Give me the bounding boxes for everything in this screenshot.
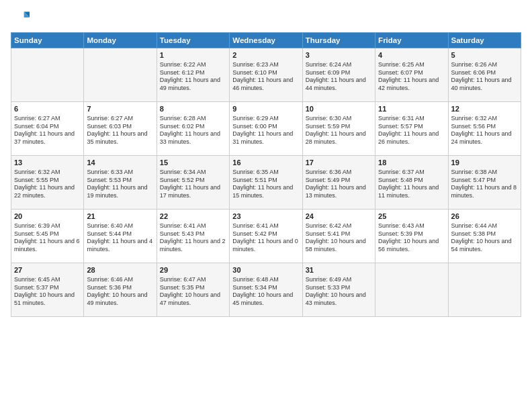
calendar-cell: 30Sunrise: 6:48 AM Sunset: 5:34 PM Dayli… bbox=[230, 263, 302, 317]
day-number: 8 bbox=[160, 104, 226, 114]
calendar-week-row: 13Sunrise: 6:32 AM Sunset: 5:55 PM Dayli… bbox=[11, 156, 521, 210]
calendar-cell: 28Sunrise: 6:46 AM Sunset: 5:36 PM Dayli… bbox=[84, 263, 157, 317]
calendar-cell: 4Sunrise: 6:25 AM Sunset: 6:07 PM Daylig… bbox=[375, 48, 448, 102]
day-number: 6 bbox=[14, 104, 81, 114]
weekday-header-sunday: Sunday bbox=[11, 33, 84, 48]
calendar-cell bbox=[448, 263, 521, 317]
day-number: 18 bbox=[378, 158, 445, 168]
calendar-cell: 7Sunrise: 6:27 AM Sunset: 6:03 PM Daylig… bbox=[84, 102, 157, 156]
day-number: 12 bbox=[451, 104, 518, 114]
day-number: 3 bbox=[306, 50, 372, 60]
calendar-cell: 5Sunrise: 6:26 AM Sunset: 6:06 PM Daylig… bbox=[448, 48, 521, 102]
day-number: 20 bbox=[14, 212, 81, 222]
weekday-header-tuesday: Tuesday bbox=[157, 33, 229, 48]
day-detail: Sunrise: 6:34 AM Sunset: 5:52 PM Dayligh… bbox=[160, 169, 226, 200]
logo-icon bbox=[11, 8, 30, 27]
day-number: 4 bbox=[378, 50, 445, 60]
calendar-cell: 3Sunrise: 6:24 AM Sunset: 6:09 PM Daylig… bbox=[302, 48, 375, 102]
header bbox=[11, 8, 521, 27]
day-detail: Sunrise: 6:43 AM Sunset: 5:39 PM Dayligh… bbox=[378, 222, 445, 254]
calendar-cell: 18Sunrise: 6:37 AM Sunset: 5:48 PM Dayli… bbox=[375, 156, 448, 210]
weekday-header-row: SundayMondayTuesdayWednesdayThursdayFrid… bbox=[11, 33, 521, 48]
calendar-cell: 27Sunrise: 6:45 AM Sunset: 5:37 PM Dayli… bbox=[11, 263, 84, 317]
day-detail: Sunrise: 6:41 AM Sunset: 5:43 PM Dayligh… bbox=[160, 222, 226, 254]
day-number: 28 bbox=[87, 265, 153, 275]
day-detail: Sunrise: 6:29 AM Sunset: 6:00 PM Dayligh… bbox=[232, 115, 299, 146]
weekday-header-wednesday: Wednesday bbox=[230, 33, 302, 48]
calendar-cell: 17Sunrise: 6:36 AM Sunset: 5:49 PM Dayli… bbox=[302, 156, 375, 210]
calendar-cell: 23Sunrise: 6:41 AM Sunset: 5:42 PM Dayli… bbox=[230, 210, 302, 263]
day-detail: Sunrise: 6:32 AM Sunset: 5:56 PM Dayligh… bbox=[451, 115, 518, 146]
calendar-table: SundayMondayTuesdayWednesdayThursdayFrid… bbox=[11, 32, 521, 317]
day-detail: Sunrise: 6:45 AM Sunset: 5:37 PM Dayligh… bbox=[14, 276, 81, 308]
day-detail: Sunrise: 6:22 AM Sunset: 6:12 PM Dayligh… bbox=[160, 61, 226, 93]
calendar-cell: 8Sunrise: 6:28 AM Sunset: 6:02 PM Daylig… bbox=[157, 102, 229, 156]
day-number: 5 bbox=[451, 50, 518, 60]
day-detail: Sunrise: 6:40 AM Sunset: 5:44 PM Dayligh… bbox=[87, 222, 153, 254]
calendar-cell: 20Sunrise: 6:39 AM Sunset: 5:45 PM Dayli… bbox=[11, 210, 84, 263]
weekday-header-friday: Friday bbox=[375, 33, 448, 48]
calendar-cell: 2Sunrise: 6:23 AM Sunset: 6:10 PM Daylig… bbox=[230, 48, 302, 102]
logo bbox=[11, 8, 32, 27]
calendar-week-row: 20Sunrise: 6:39 AM Sunset: 5:45 PM Dayli… bbox=[11, 210, 521, 263]
calendar-cell: 12Sunrise: 6:32 AM Sunset: 5:56 PM Dayli… bbox=[448, 102, 521, 156]
calendar-cell: 15Sunrise: 6:34 AM Sunset: 5:52 PM Dayli… bbox=[157, 156, 229, 210]
calendar-container: SundayMondayTuesdayWednesdayThursdayFrid… bbox=[0, 0, 532, 411]
day-detail: Sunrise: 6:23 AM Sunset: 6:10 PM Dayligh… bbox=[232, 61, 299, 93]
day-number: 1 bbox=[160, 50, 226, 60]
day-detail: Sunrise: 6:46 AM Sunset: 5:36 PM Dayligh… bbox=[87, 276, 153, 308]
calendar-cell: 16Sunrise: 6:35 AM Sunset: 5:51 PM Dayli… bbox=[230, 156, 302, 210]
day-number: 27 bbox=[14, 265, 81, 275]
day-number: 23 bbox=[232, 212, 299, 222]
day-number: 24 bbox=[306, 212, 372, 222]
day-number: 9 bbox=[232, 104, 299, 114]
day-number: 10 bbox=[306, 104, 372, 114]
day-detail: Sunrise: 6:27 AM Sunset: 6:04 PM Dayligh… bbox=[14, 115, 81, 146]
day-number: 22 bbox=[160, 212, 226, 222]
day-number: 21 bbox=[87, 212, 153, 222]
calendar-cell: 26Sunrise: 6:44 AM Sunset: 5:38 PM Dayli… bbox=[448, 210, 521, 263]
calendar-cell: 6Sunrise: 6:27 AM Sunset: 6:04 PM Daylig… bbox=[11, 102, 84, 156]
weekday-header-saturday: Saturday bbox=[448, 33, 521, 48]
day-detail: Sunrise: 6:24 AM Sunset: 6:09 PM Dayligh… bbox=[306, 61, 372, 93]
calendar-cell: 21Sunrise: 6:40 AM Sunset: 5:44 PM Dayli… bbox=[84, 210, 157, 263]
day-detail: Sunrise: 6:31 AM Sunset: 5:57 PM Dayligh… bbox=[378, 115, 445, 146]
calendar-cell: 14Sunrise: 6:33 AM Sunset: 5:53 PM Dayli… bbox=[84, 156, 157, 210]
day-number: 17 bbox=[306, 158, 372, 168]
calendar-cell: 29Sunrise: 6:47 AM Sunset: 5:35 PM Dayli… bbox=[157, 263, 229, 317]
day-detail: Sunrise: 6:47 AM Sunset: 5:35 PM Dayligh… bbox=[160, 276, 226, 308]
calendar-cell: 11Sunrise: 6:31 AM Sunset: 5:57 PM Dayli… bbox=[375, 102, 448, 156]
day-number: 2 bbox=[232, 50, 299, 60]
day-number: 14 bbox=[87, 158, 153, 168]
day-detail: Sunrise: 6:26 AM Sunset: 6:06 PM Dayligh… bbox=[451, 61, 518, 93]
day-number: 29 bbox=[160, 265, 226, 275]
calendar-cell bbox=[375, 263, 448, 317]
weekday-header-monday: Monday bbox=[84, 33, 157, 48]
calendar-cell bbox=[84, 48, 157, 102]
day-number: 26 bbox=[451, 212, 518, 222]
day-detail: Sunrise: 6:48 AM Sunset: 5:34 PM Dayligh… bbox=[232, 276, 299, 308]
day-detail: Sunrise: 6:37 AM Sunset: 5:48 PM Dayligh… bbox=[378, 169, 445, 200]
day-number: 25 bbox=[378, 212, 445, 222]
day-detail: Sunrise: 6:32 AM Sunset: 5:55 PM Dayligh… bbox=[14, 169, 81, 200]
calendar-cell: 10Sunrise: 6:30 AM Sunset: 5:59 PM Dayli… bbox=[302, 102, 375, 156]
day-detail: Sunrise: 6:39 AM Sunset: 5:45 PM Dayligh… bbox=[14, 222, 81, 254]
calendar-week-row: 27Sunrise: 6:45 AM Sunset: 5:37 PM Dayli… bbox=[11, 263, 521, 317]
calendar-cell: 19Sunrise: 6:38 AM Sunset: 5:47 PM Dayli… bbox=[448, 156, 521, 210]
day-detail: Sunrise: 6:36 AM Sunset: 5:49 PM Dayligh… bbox=[306, 169, 372, 200]
calendar-cell: 31Sunrise: 6:49 AM Sunset: 5:33 PM Dayli… bbox=[302, 263, 375, 317]
day-detail: Sunrise: 6:44 AM Sunset: 5:38 PM Dayligh… bbox=[451, 222, 518, 254]
day-number: 16 bbox=[232, 158, 299, 168]
day-number: 11 bbox=[378, 104, 445, 114]
day-detail: Sunrise: 6:42 AM Sunset: 5:41 PM Dayligh… bbox=[306, 222, 372, 254]
day-number: 30 bbox=[232, 265, 299, 275]
day-detail: Sunrise: 6:38 AM Sunset: 5:47 PM Dayligh… bbox=[451, 169, 518, 200]
day-number: 15 bbox=[160, 158, 226, 168]
calendar-cell bbox=[11, 48, 84, 102]
day-number: 7 bbox=[87, 104, 153, 114]
day-detail: Sunrise: 6:49 AM Sunset: 5:33 PM Dayligh… bbox=[306, 276, 372, 308]
day-number: 31 bbox=[306, 265, 372, 275]
day-detail: Sunrise: 6:35 AM Sunset: 5:51 PM Dayligh… bbox=[232, 169, 299, 200]
day-detail: Sunrise: 6:25 AM Sunset: 6:07 PM Dayligh… bbox=[378, 61, 445, 93]
day-detail: Sunrise: 6:27 AM Sunset: 6:03 PM Dayligh… bbox=[87, 115, 153, 146]
